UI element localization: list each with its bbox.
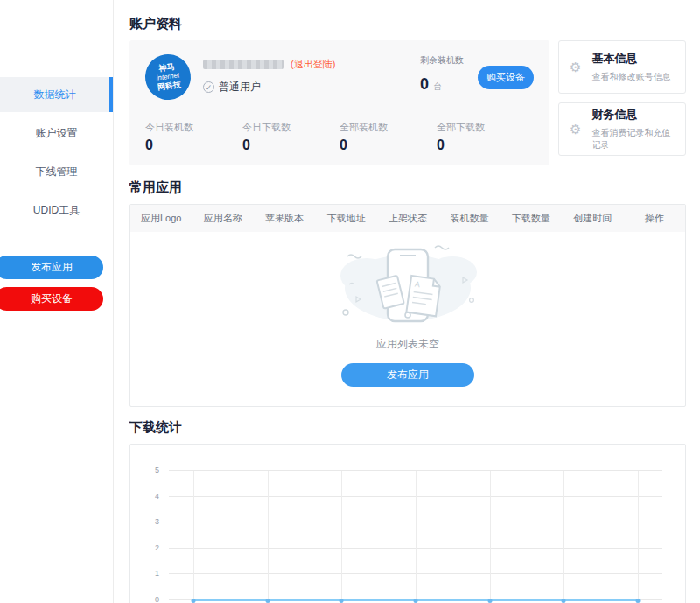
empty-state: A 应用列表未空 发布应用 — [130, 232, 685, 406]
username-redacted — [203, 60, 284, 69]
data-point[interactable] — [562, 599, 566, 603]
stat-today-downloads: 今日下载数 0 — [242, 121, 340, 153]
stat-total-downloads: 全部下载数 0 — [437, 121, 534, 153]
finance-info-card[interactable]: ⚙ 财务信息 查看消费记录和充值记录 — [558, 102, 686, 156]
basic-info-card[interactable]: ⚙ 基本信息 查看和修改账号信息 — [558, 40, 686, 94]
finance-info-desc: 查看消费记录和充值记录 — [592, 127, 675, 151]
account-row: 神马 internet 网科技 (退出登陆) ✓ 普通用户 剩余装机数 — [130, 40, 686, 165]
stat-label: 今日下载数 — [242, 121, 340, 134]
table-header-row: 应用Logo 应用名称 苹果版本 下载地址 上架状态 装机数量 下载数量 创建时… — [130, 205, 685, 232]
sidebar-item-udid-tool[interactable]: UDID工具 — [0, 193, 113, 228]
remaining-installs: 剩余装机数 0 台 — [420, 54, 472, 94]
gear-icon: ⚙ — [570, 122, 581, 137]
stat-value: 0 — [145, 137, 242, 153]
stat-value: 0 — [242, 137, 340, 153]
apps-section-title: 常用应用 — [130, 179, 686, 196]
data-point[interactable] — [340, 599, 344, 603]
gear-icon: ⚙ — [570, 60, 581, 75]
y-tick: 5 — [155, 466, 159, 474]
publish-app-button[interactable]: 发布应用 — [0, 256, 103, 279]
sidebar-item-downline-manage[interactable]: 下线管理 — [0, 154, 113, 189]
y-tick: 4 — [155, 492, 159, 501]
col-shelf-status: 上架状态 — [377, 212, 438, 225]
stat-total-installs: 全部装机数 0 — [340, 121, 437, 153]
empty-illustration-icon: A — [325, 242, 491, 328]
finance-info-title: 财务信息 — [592, 107, 675, 123]
user-type-label: 普通用户 — [219, 80, 261, 95]
remaining-unit: 台 — [433, 81, 442, 91]
basic-info-desc: 查看和修改账号信息 — [592, 71, 670, 83]
stat-value: 0 — [340, 137, 437, 153]
buy-device-card-button[interactable]: 购买设备 — [478, 66, 534, 89]
data-point[interactable] — [635, 599, 640, 603]
sidebar-item-account-settings[interactable]: 账户设置 — [0, 116, 113, 151]
downloads-section-title: 下载统计 — [130, 419, 686, 436]
col-install-count: 装机数量 — [438, 212, 500, 225]
publish-app-main-button[interactable]: 发布应用 — [341, 363, 474, 387]
remaining-label: 剩余装机数 — [420, 54, 472, 67]
y-tick: 2 — [155, 543, 159, 552]
sidebar-menu: 数据统计 账户设置 下线管理 UDID工具 — [0, 77, 113, 228]
col-download-count: 下载数量 — [500, 212, 562, 225]
col-app-logo: 应用Logo — [130, 212, 192, 225]
buy-device-button[interactable]: 购买设备 — [0, 287, 103, 311]
sidebar: 数据统计 账户设置 下线管理 UDID工具 发布应用 购买设备 — [0, 0, 114, 603]
basic-info-title: 基本信息 — [592, 51, 670, 67]
apps-table: 应用Logo 应用名称 苹果版本 下载地址 上架状态 装机数量 下载数量 创建时… — [130, 204, 686, 407]
stats-row: 今日装机数 0 今日下载数 0 全部装机数 0 全部下载数 0 — [145, 121, 534, 153]
col-ios-version: 苹果版本 — [254, 212, 315, 225]
account-card: 神马 internet 网科技 (退出登陆) ✓ 普通用户 剩余装机数 — [130, 40, 550, 165]
col-app-name: 应用名称 — [192, 212, 253, 225]
y-tick: 3 — [155, 517, 159, 526]
check-badge-icon: ✓ — [203, 81, 214, 93]
data-point[interactable] — [265, 599, 270, 603]
y-tick: 0 — [155, 595, 159, 603]
main-content: 账户资料 神马 internet 网科技 (退出登陆) ✓ 普通用户 — [114, 0, 700, 603]
data-point[interactable] — [414, 599, 418, 603]
avatar: 神马 internet 网科技 — [143, 52, 194, 103]
download-chart-card: 5 4 3 2 1 0 2020-04-24 2020-04-25 202 — [130, 444, 686, 603]
stat-label: 今日装机数 — [145, 121, 242, 134]
account-section-title: 账户资料 — [130, 16, 686, 32]
empty-list-text: 应用列表未空 — [130, 337, 685, 352]
quick-links: ⚙ 基本信息 查看和修改账号信息 ⚙ 财务信息 查看消费记录和充值记录 — [558, 40, 686, 165]
logout-link[interactable]: (退出登陆) — [290, 58, 335, 71]
col-download-url: 下载地址 — [315, 212, 376, 225]
stat-label: 全部装机数 — [340, 121, 437, 134]
col-create-time: 创建时间 — [562, 212, 623, 225]
data-point[interactable] — [487, 599, 492, 603]
y-tick: 1 — [155, 569, 159, 578]
avatar-line3: 网科技 — [157, 80, 181, 92]
stat-today-installs: 今日装机数 0 — [145, 121, 242, 153]
line-chart-plot: 5 4 3 2 1 0 — [169, 471, 662, 600]
col-actions: 操作 — [624, 212, 685, 225]
data-point[interactable] — [192, 599, 196, 603]
stat-value: 0 — [437, 137, 534, 153]
stat-label: 全部下载数 — [437, 121, 534, 134]
remaining-value: 0 — [420, 75, 429, 93]
sidebar-item-data-stats[interactable]: 数据统计 — [0, 77, 113, 112]
